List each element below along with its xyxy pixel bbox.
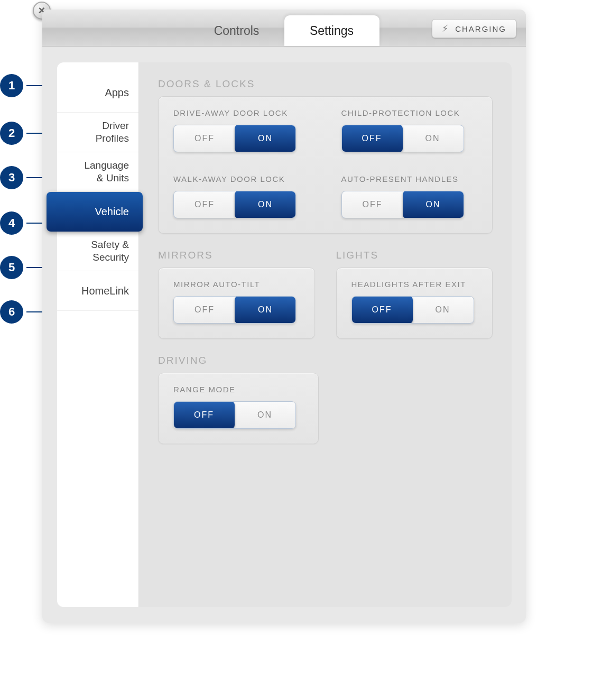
marker-circle: 3 xyxy=(0,166,23,189)
toggle-off[interactable]: OFF xyxy=(174,297,235,323)
toggle-on[interactable]: ON xyxy=(235,191,296,218)
toggle-mirror-auto-tilt[interactable]: OFF ON xyxy=(173,296,296,324)
charging-button[interactable]: ⚡︎ CHARGING xyxy=(432,19,516,38)
toggle-on[interactable]: ON xyxy=(402,125,464,152)
toggle-off[interactable]: OFF xyxy=(174,125,235,152)
setting-range-mode: RANGE MODE OFF ON xyxy=(173,385,303,429)
setting-label: WALK-AWAY DOOR LOCK xyxy=(173,174,310,183)
setting-label: AUTO-PRESENT HANDLES xyxy=(341,174,478,183)
marker-1: 1 xyxy=(0,74,48,97)
sidebar-item-label: Language & Units xyxy=(84,159,129,185)
marker-circle: 6 xyxy=(0,300,23,324)
setting-label: DRIVE-AWAY DOOR LOCK xyxy=(173,108,310,117)
sidebar-item-label: Safety & Security xyxy=(91,238,129,264)
toggle-on[interactable]: ON xyxy=(235,296,296,324)
setting-mirror-auto-tilt: MIRROR AUTO-TILT OFF ON xyxy=(173,280,300,324)
toggle-walk-away-lock[interactable]: OFF ON xyxy=(173,191,296,218)
app-window: Controls Settings ⚡︎ CHARGING Apps Drive… xyxy=(42,10,526,623)
setting-label: HEADLIGHTS AFTER EXIT xyxy=(351,280,478,289)
marker-2: 2 xyxy=(0,122,48,145)
charging-label: CHARGING xyxy=(455,24,506,33)
toggle-off[interactable]: OFF xyxy=(341,125,403,152)
marker-circle: 5 xyxy=(0,256,23,279)
marker-6: 6 xyxy=(0,300,48,324)
toggle-range-mode[interactable]: OFF ON xyxy=(173,401,296,429)
section-title: DOORS & LOCKS xyxy=(158,78,493,90)
toggle-on[interactable]: ON xyxy=(412,297,474,323)
toggle-drive-away-lock[interactable]: OFF ON xyxy=(173,125,296,152)
section-driving: DRIVING RANGE MODE OFF ON xyxy=(158,355,319,444)
marker-circle: 1 xyxy=(0,74,23,97)
panel-doors-locks: DRIVE-AWAY DOOR LOCK OFF ON CHILD-PROTEC… xyxy=(158,96,493,234)
section-lights: LIGHTS HEADLIGHTS AFTER EXIT OFF ON xyxy=(336,250,493,339)
toggle-off[interactable]: OFF xyxy=(351,296,413,324)
sidebar-item-language-units[interactable]: Language & Units xyxy=(57,152,138,192)
setting-child-protection-lock: CHILD-PROTECTION LOCK OFF ON xyxy=(341,108,478,152)
toggle-on[interactable]: ON xyxy=(403,191,464,218)
toggle-child-protection-lock[interactable]: OFF ON xyxy=(341,125,464,152)
marker-3: 3 xyxy=(0,166,48,189)
tab-settings[interactable]: Settings xyxy=(284,15,379,46)
sidebar: Apps Driver Profiles Language & Units Ve… xyxy=(57,62,139,607)
content-area: DOORS & LOCKS DRIVE-AWAY DOOR LOCK OFF O… xyxy=(139,62,512,607)
marker-circle: 2 xyxy=(0,122,23,145)
toggle-off[interactable]: OFF xyxy=(342,191,403,218)
sidebar-item-label: Driver Profiles xyxy=(96,119,129,145)
toggle-on[interactable]: ON xyxy=(234,402,295,428)
toggle-auto-present-handles[interactable]: OFF ON xyxy=(341,191,464,218)
sidebar-item-label: Vehicle xyxy=(95,205,129,218)
sidebar-item-apps[interactable]: Apps xyxy=(57,73,138,113)
setting-drive-away-lock: DRIVE-AWAY DOOR LOCK OFF ON xyxy=(173,108,310,152)
setting-label: CHILD-PROTECTION LOCK xyxy=(341,108,478,117)
panel-lights: HEADLIGHTS AFTER EXIT OFF ON xyxy=(336,268,493,339)
sidebar-item-driver-profiles[interactable]: Driver Profiles xyxy=(57,113,138,152)
bolt-icon: ⚡︎ xyxy=(442,23,450,34)
toggle-headlights-after-exit[interactable]: OFF ON xyxy=(351,296,474,324)
section-doors-locks: DOORS & LOCKS DRIVE-AWAY DOOR LOCK OFF O… xyxy=(158,78,493,234)
marker-circle: 4 xyxy=(0,211,23,235)
panel-driving: RANGE MODE OFF ON xyxy=(158,373,319,444)
toggle-on[interactable]: ON xyxy=(235,125,296,152)
section-title: LIGHTS xyxy=(336,250,493,261)
marker-4: 4 xyxy=(0,211,48,235)
section-title: DRIVING xyxy=(158,355,319,366)
toggle-off[interactable]: OFF xyxy=(173,401,235,429)
sidebar-item-label: Apps xyxy=(105,86,129,99)
header-bar: Controls Settings ⚡︎ CHARGING xyxy=(42,10,526,47)
section-mirrors: MIRRORS MIRROR AUTO-TILT OFF ON xyxy=(158,250,315,339)
setting-label: MIRROR AUTO-TILT xyxy=(173,280,300,289)
marker-5: 5 xyxy=(0,256,48,279)
setting-label: RANGE MODE xyxy=(173,385,303,394)
setting-headlights-after-exit: HEADLIGHTS AFTER EXIT OFF ON xyxy=(351,280,478,324)
section-title: MIRRORS xyxy=(158,250,315,261)
tab-controls[interactable]: Controls xyxy=(189,15,284,46)
setting-auto-present-handles: AUTO-PRESENT HANDLES OFF ON xyxy=(341,174,478,218)
sidebar-item-safety-security[interactable]: Safety & Security xyxy=(57,232,138,271)
body-frame: Apps Driver Profiles Language & Units Ve… xyxy=(57,62,512,607)
sidebar-item-vehicle[interactable]: Vehicle xyxy=(47,192,143,232)
panel-mirrors: MIRROR AUTO-TILT OFF ON xyxy=(158,268,315,339)
sidebar-item-homelink[interactable]: HomeLink xyxy=(57,271,138,311)
setting-walk-away-lock: WALK-AWAY DOOR LOCK OFF ON xyxy=(173,174,310,218)
sidebar-item-label: HomeLink xyxy=(81,284,129,298)
toggle-off[interactable]: OFF xyxy=(174,191,235,218)
